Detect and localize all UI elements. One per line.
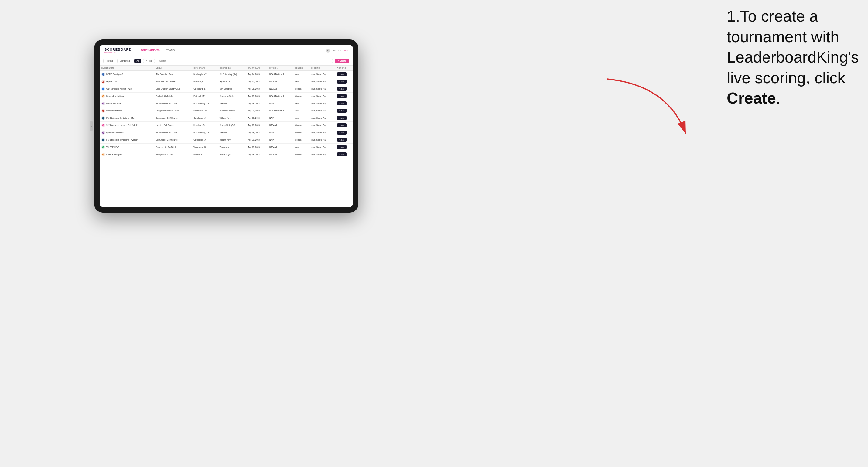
cell-hosted-by: Minnesota State (218, 93, 246, 100)
edit-button[interactable]: ✎ Edit (337, 109, 346, 113)
event-name-text: Maverick Invitational (106, 95, 124, 97)
search-input[interactable] (157, 59, 333, 63)
cell-start-date: Aug 28, 2023 (246, 93, 268, 100)
cell-actions: ✎ Edit (335, 71, 353, 78)
cell-hosted-by: William Penn (218, 136, 246, 144)
cell-venue: Kokopelli Golf Club (154, 151, 192, 158)
cell-scoring: team, Stroke Play (309, 71, 335, 78)
team-icon (101, 138, 105, 142)
edit-button[interactable]: ✎ Edit (337, 80, 346, 84)
edit-button[interactable]: ✎ Edit (337, 123, 346, 127)
col-actions: ACTIONS (335, 66, 353, 71)
cell-event-name: B upike fall invitational (100, 129, 154, 136)
filter-button[interactable]: ≡ Filter (143, 59, 155, 63)
nav-tab-tournaments[interactable]: TOURNAMENTS (137, 48, 162, 54)
cell-city-state: Galesburg, IL (192, 85, 217, 93)
cell-venue: Cypress Hills Golf Club (154, 144, 192, 151)
col-hosted-by: HOSTED BY (218, 66, 246, 71)
cell-gender: Women (293, 93, 309, 100)
event-name-text: MSMC Qualifying 1 (106, 73, 123, 75)
nav-tab-teams[interactable]: TEAMS (163, 48, 178, 54)
team-icon (101, 87, 105, 91)
cell-start-date: Aug 28, 2023 (246, 107, 268, 115)
event-name-text: VU PREVIEW (106, 146, 119, 148)
col-scoring: SCORING (309, 66, 335, 71)
cell-division: NCAA Division II (268, 93, 293, 100)
edit-button[interactable]: ✎ Edit (337, 94, 346, 98)
cell-hosted-by: Pikeville (218, 129, 246, 136)
edit-button[interactable]: ✎ Edit (337, 101, 346, 105)
gear-icon[interactable]: ⚙ (326, 49, 330, 53)
team-icon: M (101, 94, 105, 98)
cell-division: NCAA Division III (268, 107, 293, 115)
app-header: SCOREBOARD Powered by clippr TOURNAMENTS… (100, 45, 353, 57)
table-row: R 2023 Women's Hesston Fall Kickoff Hess… (100, 122, 353, 129)
event-name-text: upike fall invitational (106, 131, 124, 134)
table-row: Carl Sandburg Women FA23 Lake Bracken Co… (100, 85, 353, 93)
edit-button[interactable]: ✎ Edit (337, 87, 346, 91)
annotation-create-word: Create (727, 89, 776, 107)
cell-event-name: R 2023 Women's Hesston Fall Kickoff (100, 122, 154, 129)
cell-hosted-by: John A Logan (218, 151, 246, 158)
cell-scoring: team, Stroke Play (309, 107, 335, 115)
cell-gender: Men (293, 144, 309, 151)
edit-button[interactable]: ✎ Edit (337, 72, 346, 76)
cell-city-state: Faribault, MN (192, 93, 217, 100)
table-row: V VU PREVIEW Cypress Hills Golf Club Vin… (100, 144, 353, 151)
cell-event-name: Fall Statesmen Invitational - Women (100, 136, 154, 144)
hosting-button[interactable]: Hosting (103, 59, 116, 63)
cell-gender: Men (293, 71, 309, 78)
create-button[interactable]: + Create (335, 59, 349, 63)
sign-link[interactable]: Sign (344, 50, 348, 52)
cell-city-state: Freeport, IL (192, 78, 217, 85)
user-name: Test User (332, 50, 341, 52)
cell-event-name: M Maverick Invitational (100, 93, 154, 100)
cell-hosted-by: Mt. Saint Mary (NY) (218, 71, 246, 78)
svg-text:M: M (103, 110, 104, 112)
edit-button[interactable]: ✎ Edit (337, 145, 346, 149)
edit-button[interactable]: ✎ Edit (337, 152, 346, 156)
col-city-state: CITY, STATE (192, 66, 217, 71)
svg-point-1 (103, 81, 103, 82)
col-division: DIVISION (268, 66, 293, 71)
cell-event-name: Fall Statesmen Invitational - Men (100, 115, 154, 122)
tablet-frame: SCOREBOARD Powered by clippr TOURNAMENTS… (94, 39, 359, 213)
cell-event-name: Highland 36 (100, 78, 154, 85)
cell-city-state: Vincennes, IN (192, 144, 217, 151)
team-icon: B (101, 102, 105, 105)
competing-button[interactable]: Competing (117, 59, 132, 63)
cell-hosted-by: William Penn (218, 115, 246, 122)
cell-venue: Faribault Golf Club (154, 93, 192, 100)
cell-actions: ✎ Edit (335, 115, 353, 122)
team-icon (101, 72, 105, 76)
nav-tabs: TOURNAMENTS TEAMS (137, 48, 326, 54)
edit-button[interactable]: ✎ Edit (337, 116, 346, 120)
cell-gender: Women (293, 151, 309, 158)
cell-actions: ✎ Edit (335, 107, 353, 115)
cell-scoring: team, Stroke Play (309, 85, 335, 93)
cell-start-date: Aug 24, 2023 (246, 71, 268, 78)
event-name-text: Highland 36 (106, 81, 117, 83)
cell-event-name: M Morris Invitational (100, 107, 154, 115)
cell-venue: Hesston Golf Course (154, 122, 192, 129)
cell-scoring: team, Stroke Play (309, 129, 335, 136)
cell-venue: The Powelton Club (154, 71, 192, 78)
cell-actions: ✎ Edit (335, 78, 353, 85)
cell-gender: Women (293, 85, 309, 93)
cell-division: NAIA (268, 100, 293, 107)
cell-start-date: Aug 28, 2023 (246, 115, 268, 122)
table-row: B upike fall invitational StoneCrest Gol… (100, 129, 353, 136)
edit-button[interactable]: ✎ Edit (337, 138, 346, 142)
sidebar-toggle[interactable]: › (90, 121, 93, 131)
cell-actions: ✎ Edit (335, 100, 353, 107)
annotation-text: 1.To create a tournament with Leaderboar… (727, 6, 859, 109)
event-name-text: Fall Statesmen Invitational - Men (106, 117, 135, 119)
cell-actions: ✎ Edit (335, 144, 353, 151)
cell-actions: ✎ Edit (335, 136, 353, 144)
toolbar: Hosting Competing All ≡ Filter + Create (100, 57, 353, 66)
cell-start-date: Aug 28, 2023 (246, 144, 268, 151)
all-button[interactable]: All (134, 59, 142, 63)
cell-venue: Ruttger's Bay Lake Resort (154, 107, 192, 115)
edit-button[interactable]: ✎ Edit (337, 131, 346, 134)
team-icon (101, 116, 105, 120)
